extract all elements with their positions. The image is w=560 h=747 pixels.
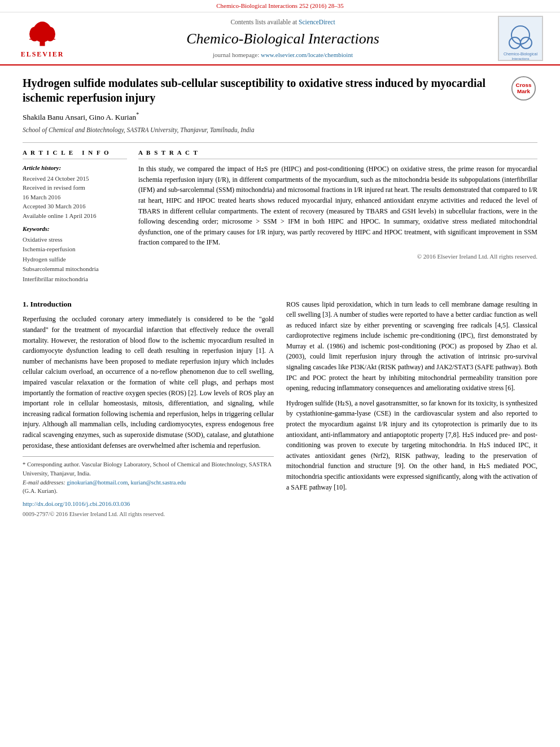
issn-line: 0009-2797/© 2016 Elsevier Ireland Ltd. A… xyxy=(23,510,274,519)
elsevier-text: ELSEVIER xyxy=(21,50,64,59)
revised-label: Received in revised form xyxy=(23,183,127,193)
affiliation: School of Chemical and Biotechnology, SA… xyxy=(23,125,498,134)
keywords-label: Keywords: xyxy=(23,225,127,233)
intro-paragraph1: Reperfusing the occluded coronary artery… xyxy=(23,314,274,451)
received-value: Received 24 October 2015 xyxy=(23,174,127,184)
body-section: 1. Introduction Reperfusing the occluded… xyxy=(23,299,537,519)
keyword-3: Hydrogen sulfide xyxy=(23,255,127,265)
elsevier-logo: ELSEVIER xyxy=(21,18,64,59)
article-history-group: Article history: Received 24 October 201… xyxy=(23,164,127,220)
article-info-label: A R T I C L E I N F O xyxy=(23,148,127,159)
email-line: E-mail addresses: ginokurian@hotmail.com… xyxy=(23,478,274,487)
contents-line: Contents lists available at ScienceDirec… xyxy=(73,18,492,27)
journal-header: ELSEVIER Contents lists available at Sci… xyxy=(0,12,560,65)
body-col-right: ROS causes lipid peroxidation, which in … xyxy=(286,299,537,519)
email1-link[interactable]: ginokurian@hotmail.com xyxy=(67,479,128,486)
article-top-meta: Hydrogen sulfide modulates sub-cellular … xyxy=(23,76,537,137)
cbi-logo-icon: Chemico-Biological Interactions xyxy=(499,17,542,60)
article-info-col: A R T I C L E I N F O Article history: R… xyxy=(23,148,127,289)
homepage-link[interactable]: www.elsevier.com/locate/chembioint xyxy=(261,51,353,58)
footnote-block: * Corresponding author. Vascular Biology… xyxy=(23,456,274,518)
revised-date: 16 March 2016 xyxy=(23,193,127,202)
online-value: Available online 1 April 2016 xyxy=(23,211,127,221)
svg-text:Interactions: Interactions xyxy=(511,57,529,60)
article-info-abstract: A R T I C L E I N F O Article history: R… xyxy=(23,142,537,289)
abstract-label: A B S T R A C T xyxy=(138,148,537,159)
journal-citation: Chemico-Biological Interactions 252 (201… xyxy=(0,0,560,12)
cbi-logo-block: Chemico-Biological Interactions xyxy=(492,16,549,61)
svg-rect-4 xyxy=(41,37,44,45)
journal-title: Chemico-Biological Interactions xyxy=(73,29,492,49)
svg-text:Chemico-Biological: Chemico-Biological xyxy=(504,52,537,56)
email2-link[interactable]: kurian@scht.sastra.edu xyxy=(131,479,186,486)
intro-paragraph3: Hydrogen sulfide (H₂S), a novel gasotran… xyxy=(286,398,537,492)
intro-title: 1. Introduction xyxy=(23,299,274,310)
svg-text:Mark: Mark xyxy=(517,88,530,94)
accepted-value: Accepted 30 March 2016 xyxy=(23,202,127,211)
main-content: Hydrogen sulfide modulates sub-cellular … xyxy=(0,65,560,530)
journal-header-center: Contents lists available at ScienceDirec… xyxy=(73,18,492,60)
keyword-4: Subsarcolemmal mitochondria xyxy=(23,264,127,274)
email-suffix: (G.A. Kurian). xyxy=(23,487,274,496)
keywords-group: Keywords: Oxidative stress Ischemia-repe… xyxy=(23,225,127,284)
authors: Shakila Banu Ansari, Gino A. Kurian* xyxy=(23,111,498,123)
intro-paragraph2: ROS causes lipid peroxidation, which in … xyxy=(286,299,537,394)
abstract-col: A B S T R A C T In this study, we compar… xyxy=(138,148,537,289)
sciencedirect-link[interactable]: ScienceDirect xyxy=(299,19,335,25)
crossmark-icon: Cross Mark xyxy=(511,76,536,101)
abstract-text: In this study, we compared the impact of… xyxy=(138,164,537,248)
body-two-col: 1. Introduction Reperfusing the occluded… xyxy=(23,299,537,519)
keyword-5: Interfibrillar mitochondria xyxy=(23,274,127,285)
corresponding-text: * Corresponding author. Vascular Biology… xyxy=(23,460,274,478)
journal-homepage: journal homepage: www.elsevier.com/locat… xyxy=(73,51,492,59)
history-label: Article history: xyxy=(23,164,127,172)
keyword-2: Ischemia-reperfusion xyxy=(23,244,127,255)
body-col-left: 1. Introduction Reperfusing the occluded… xyxy=(23,299,274,519)
article-title: Hydrogen sulfide modulates sub-cellular … xyxy=(23,76,498,105)
elsevier-tree-icon xyxy=(23,18,62,49)
copyright-line: © 2016 Elsevier Ireland Ltd. All rights … xyxy=(138,252,537,261)
keyword-1: Oxidative stress xyxy=(23,235,127,245)
crossmark-badge: Cross Mark xyxy=(509,76,537,101)
doi-link[interactable]: http://dx.doi.org/10.1016/j.cbi.2016.03.… xyxy=(23,500,130,507)
article-title-block: Hydrogen sulfide modulates sub-cellular … xyxy=(23,76,509,137)
doi-line[interactable]: http://dx.doi.org/10.1016/j.cbi.2016.03.… xyxy=(23,499,274,509)
elsevier-logo-block: ELSEVIER xyxy=(11,18,73,59)
citation-text: Chemico-Biological Interactions 252 (201… xyxy=(216,2,343,9)
svg-text:Cross: Cross xyxy=(515,82,531,88)
cbi-logo: Chemico-Biological Interactions xyxy=(498,16,543,61)
